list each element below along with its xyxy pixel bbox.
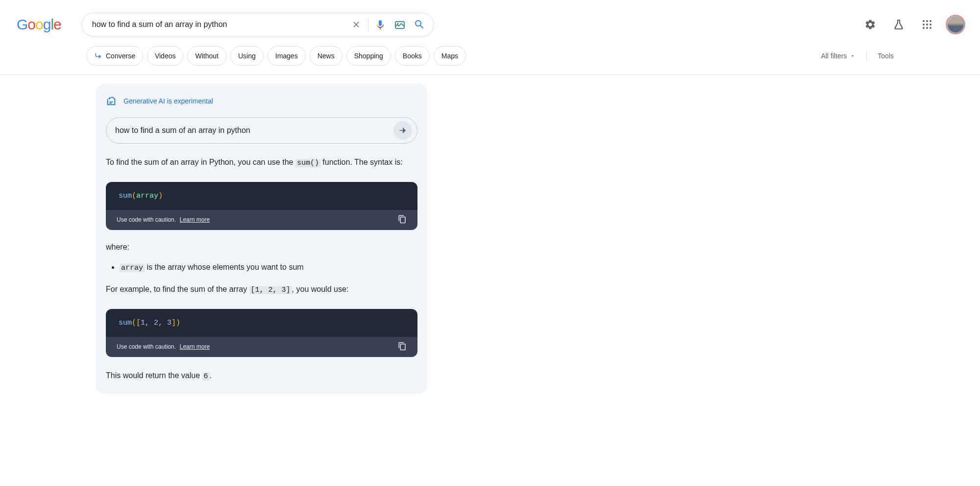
search-box bbox=[82, 13, 434, 36]
tab-converse[interactable]: Converse bbox=[86, 46, 143, 66]
converse-arrow-icon bbox=[94, 52, 102, 60]
tab-label: Images bbox=[275, 52, 298, 60]
avatar[interactable] bbox=[946, 15, 965, 34]
tab-label: Maps bbox=[441, 52, 458, 60]
list-item: array is the array whose elements you wa… bbox=[120, 261, 417, 274]
labs-icon[interactable] bbox=[889, 15, 908, 34]
search-icon[interactable] bbox=[410, 15, 429, 34]
tab-shopping[interactable]: Shopping bbox=[346, 46, 391, 66]
google-logo[interactable]: Google bbox=[17, 16, 61, 33]
svg-point-3 bbox=[926, 20, 928, 22]
code-footer-2: Use code with caution. Learn more bbox=[106, 337, 417, 357]
divider bbox=[368, 18, 368, 31]
tab-maps[interactable]: Maps bbox=[434, 46, 466, 66]
learn-more-link[interactable]: Learn more bbox=[180, 343, 210, 350]
main-content: Generative AI is experimental To find th… bbox=[0, 75, 980, 394]
header: Google bbox=[0, 0, 980, 46]
inline-code: array bbox=[120, 264, 145, 272]
copy-button[interactable] bbox=[398, 215, 407, 225]
arrow-right-icon bbox=[398, 126, 408, 135]
tab-label: Without bbox=[195, 52, 218, 60]
ai-followup-box bbox=[106, 117, 417, 144]
tools-button[interactable]: Tools bbox=[878, 52, 894, 60]
tab-news[interactable]: News bbox=[310, 46, 343, 66]
ai-submit-button[interactable] bbox=[393, 121, 412, 140]
search-input[interactable] bbox=[92, 20, 346, 29]
code-block-1: sum(array) bbox=[106, 182, 417, 210]
filter-label: All filters bbox=[821, 52, 847, 60]
generative-ai-icon bbox=[106, 96, 117, 106]
ai-header: Generative AI is experimental bbox=[106, 96, 417, 106]
tab-label: News bbox=[318, 52, 335, 60]
svg-point-10 bbox=[930, 27, 931, 29]
inline-code: [1, 2, 3] bbox=[249, 286, 292, 294]
image-search-icon[interactable] bbox=[390, 15, 410, 34]
ai-followup-input[interactable] bbox=[115, 126, 393, 135]
code-caution: Use code with caution. bbox=[117, 216, 176, 223]
tab-books[interactable]: Books bbox=[395, 46, 430, 66]
chevron-down-icon bbox=[850, 53, 856, 59]
learn-more-link[interactable]: Learn more bbox=[180, 216, 210, 223]
apps-icon[interactable] bbox=[917, 15, 937, 34]
copy-icon bbox=[398, 342, 407, 351]
where-label: where: bbox=[106, 243, 417, 252]
tab-images[interactable]: Images bbox=[268, 46, 306, 66]
tabs-row: Converse Videos Without Using Images New… bbox=[0, 46, 980, 75]
ai-explanation: To find the sum of an array in Python, y… bbox=[106, 156, 417, 169]
code-footer-1: Use code with caution. Learn more bbox=[106, 210, 417, 230]
copy-icon bbox=[398, 215, 407, 224]
all-filters-button[interactable]: All filters bbox=[821, 52, 856, 60]
ai-header-text: Generative AI is experimental bbox=[123, 97, 213, 105]
tab-using[interactable]: Using bbox=[230, 46, 264, 66]
settings-icon[interactable] bbox=[860, 15, 880, 34]
tab-label: Shopping bbox=[354, 52, 383, 60]
bullet-list: array is the array whose elements you wa… bbox=[106, 261, 417, 274]
code-block-2: sum([1, 2, 3]) bbox=[106, 309, 417, 337]
svg-point-2 bbox=[923, 20, 925, 22]
tab-label: Books bbox=[403, 52, 422, 60]
inline-code: sum() bbox=[295, 159, 320, 167]
tab-label: Videos bbox=[155, 52, 176, 60]
ai-result-card: Generative AI is experimental To find th… bbox=[96, 84, 427, 394]
return-text: This would return the value 6. bbox=[106, 370, 417, 383]
code-caution: Use code with caution. bbox=[117, 343, 176, 350]
svg-point-7 bbox=[930, 24, 931, 26]
svg-point-4 bbox=[930, 20, 931, 22]
tab-label: Converse bbox=[106, 52, 135, 60]
copy-button[interactable] bbox=[398, 342, 407, 352]
svg-point-8 bbox=[923, 27, 925, 29]
svg-point-6 bbox=[926, 24, 928, 26]
voice-search-icon[interactable] bbox=[370, 15, 390, 34]
divider bbox=[866, 51, 867, 61]
example-text: For example, to find the sum of the arra… bbox=[106, 283, 417, 296]
svg-point-9 bbox=[926, 27, 928, 29]
tab-videos[interactable]: Videos bbox=[147, 46, 184, 66]
clear-icon[interactable] bbox=[346, 15, 366, 34]
svg-point-5 bbox=[923, 24, 925, 26]
tab-without[interactable]: Without bbox=[187, 46, 226, 66]
tab-label: Using bbox=[238, 52, 256, 60]
header-right bbox=[860, 15, 965, 34]
inline-code: 6 bbox=[202, 372, 210, 381]
